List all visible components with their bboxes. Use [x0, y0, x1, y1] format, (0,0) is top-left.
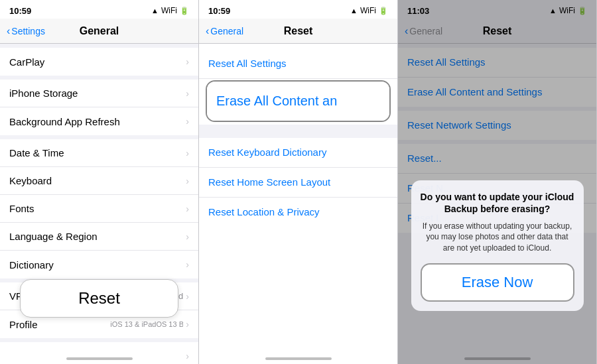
screen1: 10:59 ▲ WiFi 🔋 ‹ Settings General CarPla…: [0, 0, 199, 364]
reset-all-item[interactable]: Reset All Settings: [199, 49, 397, 79]
chevron-right-icon-6: ›: [186, 204, 189, 214]
chevron-left-icon-2: ‹: [206, 25, 209, 37]
alert-message: If you erase without updating your backu…: [421, 221, 574, 254]
status-time-2: 10:59: [208, 6, 230, 16]
settings-item-carplay[interactable]: CarPlay ›: [0, 48, 198, 76]
chevron-right-icon: ›: [186, 56, 189, 67]
nav-back-label-1[interactable]: Settings: [11, 26, 45, 36]
nav-back-1[interactable]: ‹ Settings: [7, 25, 45, 37]
battery-icon: 🔋: [180, 7, 189, 15]
carplay-label: CarPlay: [9, 56, 44, 68]
reset-location-label: Reset Location & Privacy: [208, 206, 320, 217]
nav-back-2[interactable]: ‹ General: [206, 25, 243, 37]
dictionary-label: Dictionary: [9, 259, 54, 271]
chevron-right-icon-7: ›: [186, 231, 189, 242]
settings-item-bg-refresh[interactable]: Background App Refresh ›: [0, 107, 198, 135]
dictionary-right: ›: [183, 259, 189, 270]
iphone-storage-label: iPhone Storage: [9, 88, 78, 99]
status-time-1: 10:59: [9, 6, 31, 16]
settings-group-storage: iPhone Storage › Background App Refresh …: [0, 80, 198, 135]
chevron-right-icon-4: ›: [186, 148, 189, 158]
chevron-right-icon-3: ›: [186, 116, 189, 127]
alert-dialog: Do you want to update your iCloud Backup…: [411, 180, 584, 311]
wifi-icon: WiFi: [161, 6, 177, 15]
bg-refresh-label: Background App Refresh: [9, 116, 120, 127]
signal-icon: ▲: [151, 7, 159, 15]
settings-item-fonts[interactable]: Fonts ›: [0, 195, 198, 223]
erase-all-item[interactable]: Erase All Content an: [207, 82, 389, 121]
settings-item-iphone-storage[interactable]: iPhone Storage ›: [0, 80, 198, 107]
language-right: ›: [183, 231, 189, 242]
chevron-right-icon-2: ›: [186, 88, 189, 99]
reset-all-label: Reset All Settings: [208, 58, 287, 69]
carplay-right: ›: [183, 56, 189, 67]
chevron-right-icon-8: ›: [186, 259, 189, 270]
alert-title: Do you want to update your iCloud Backup…: [421, 191, 574, 215]
reset-keyboard-label: Reset Keyboard Dictionary: [208, 147, 326, 158]
screen3: 11:03 ▲ WiFi 🔋 ‹ General Reset Reset All…: [398, 0, 597, 364]
battery-icon-2: 🔋: [379, 7, 388, 15]
erase-all-circled: Erase All Content an: [206, 80, 391, 122]
home-indicator-3: [464, 357, 531, 360]
status-bar-1: 10:59 ▲ WiFi 🔋: [0, 0, 198, 19]
datetime-label: Date & Time: [9, 147, 64, 158]
nav-back-label-2[interactable]: General: [210, 26, 243, 36]
reset-button-area: Reset: [0, 273, 198, 324]
fonts-right: ›: [183, 204, 189, 214]
wifi-icon-2: WiFi: [360, 6, 376, 15]
separator-2: [199, 125, 397, 138]
bg-right: ›: [183, 116, 189, 127]
nav-title-1: General: [80, 25, 119, 37]
language-label: Language & Region: [9, 231, 98, 242]
chevron-right-icon-11: ›: [186, 351, 189, 361]
erase-now-label: Erase Now: [462, 274, 533, 290]
settings-item-keyboard[interactable]: Keyboard ›: [0, 167, 198, 195]
reset-keyboard-item[interactable]: Reset Keyboard Dictionary: [199, 138, 397, 168]
reset-button[interactable]: Reset: [20, 279, 178, 318]
keyboard-label: Keyboard: [9, 175, 52, 186]
nav-bar-1: ‹ Settings General: [0, 19, 198, 44]
home-indicator-1: [66, 357, 133, 360]
home-indicator-2: [265, 357, 332, 360]
chevron-left-icon: ‹: [7, 25, 10, 37]
fonts-label: Fonts: [9, 203, 34, 214]
nav-bar-2: ‹ General Reset: [199, 19, 397, 44]
keyboard-right: ›: [183, 176, 189, 186]
settings-group-datetime: Date & Time › Keyboard › Fonts › Languag…: [0, 139, 198, 278]
erase-now-button[interactable]: Erase Now: [421, 263, 574, 302]
reset-button-label: Reset: [78, 289, 120, 307]
reset-options-group: Reset Keyboard Dictionary Reset Home Scr…: [199, 138, 397, 227]
nav-title-2: Reset: [284, 25, 313, 37]
status-icons-1: ▲ WiFi 🔋: [151, 6, 189, 15]
erase-all-label: Erase All Content an: [216, 93, 337, 108]
storage-right: ›: [183, 88, 189, 99]
chevron-right-icon-5: ›: [186, 176, 189, 186]
settings-group-carplay: CarPlay ›: [0, 48, 198, 76]
settings-item-language[interactable]: Language & Region ›: [0, 223, 198, 251]
settings-item-extra1[interactable]: ›: [0, 342, 198, 364]
reset-location-item[interactable]: Reset Location & Privacy: [199, 198, 397, 227]
settings-group-extra: › ›: [0, 342, 198, 364]
screen2: 10:59 ▲ WiFi 🔋 ‹ General Reset Reset All…: [199, 0, 398, 364]
signal-icon-2: ▲: [350, 7, 358, 15]
reset-home-label: Reset Home Screen Layout: [208, 176, 330, 188]
status-bar-2: 10:59 ▲ WiFi 🔋: [199, 0, 397, 19]
datetime-right: ›: [183, 148, 189, 158]
settings-item-datetime[interactable]: Date & Time ›: [0, 139, 198, 167]
status-icons-2: ▲ WiFi 🔋: [350, 6, 388, 15]
reset-all-container: Reset All Settings: [199, 49, 397, 79]
reset-home-item[interactable]: Reset Home Screen Layout: [199, 168, 397, 198]
alert-overlay: Do you want to update your iCloud Backup…: [398, 0, 596, 364]
